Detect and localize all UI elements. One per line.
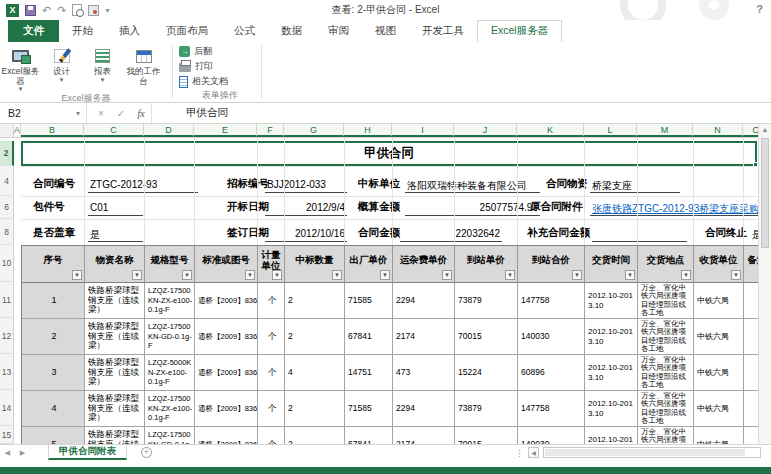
filter-dropdown-icon[interactable]: ▼ (182, 270, 192, 280)
cell[interactable]: 5 (22, 427, 85, 444)
select-all-corner[interactable] (0, 124, 14, 137)
cell[interactable]: 4 (285, 355, 345, 391)
column-header-C[interactable]: C (84, 124, 144, 137)
table-header-1[interactable]: 物资名称▼ (85, 246, 145, 283)
cell[interactable]: LZQZ-17500KN-ZX-e100-0.1g-F (145, 283, 195, 319)
more-icon[interactable]: ⋮ (515, 448, 524, 458)
cell[interactable]: 万全、宣化中铁六局张唐项目经理部沿线各工地 (638, 427, 694, 444)
cell[interactable]: 中铁六局 (694, 391, 744, 427)
cell[interactable]: 万全、宣化中铁六局张唐项目经理部沿线各工地 (638, 319, 694, 355)
column-header-M[interactable]: M (637, 124, 693, 137)
cell[interactable]: 万全、宣化中铁六局张唐项目经理部沿线各工地 (638, 283, 694, 319)
cell[interactable]: 2 (22, 319, 85, 355)
cell[interactable]: 2012.10-2013.10 (585, 391, 638, 427)
column-header-A[interactable]: A (14, 124, 21, 137)
cell[interactable]: 中铁六局 (694, 319, 744, 355)
vertical-scrollbar[interactable]: ▲ (758, 124, 771, 444)
cell[interactable]: 个 (258, 355, 285, 391)
cell[interactable]: 2294 (393, 283, 455, 319)
column-header-F[interactable]: F (257, 124, 284, 137)
cell[interactable]: 铁路桥梁球型钢支座（连续梁） (85, 319, 145, 355)
filter-dropdown-icon[interactable]: ▼ (245, 270, 255, 280)
horizontal-scroll-thumb[interactable] (545, 449, 745, 456)
cell[interactable]: 2174 (393, 427, 455, 444)
row-header-10[interactable]: 10 (0, 245, 14, 282)
contract-no-field[interactable]: ZTGC-2012-93 (88, 178, 198, 193)
cell[interactable]: 140030 (518, 319, 585, 355)
cell[interactable]: 2 (285, 319, 345, 355)
ribbon-tab-1[interactable]: 开始 (59, 21, 106, 42)
table-header-11[interactable]: 交货地点▼ (638, 246, 694, 283)
hscroll-left-icon[interactable]: ◀ (528, 447, 539, 458)
open-date-field[interactable]: 2012/9/4 (265, 201, 347, 216)
table-header-7[interactable]: 运杂费单价▼ (393, 246, 455, 283)
cell[interactable]: 2294 (393, 391, 455, 427)
cell[interactable]: 中铁六局 (694, 427, 744, 444)
column-header-B[interactable]: B (21, 124, 84, 137)
ribbon-tab-6[interactable]: 审阅 (315, 21, 362, 42)
supplement-amount-field[interactable] (592, 227, 687, 242)
cell[interactable]: 473 (393, 355, 455, 391)
cell[interactable]: 147758 (518, 391, 585, 427)
design-button[interactable]: 设计 ▾ (41, 44, 82, 92)
estimate-amount-field[interactable]: 25077574.97 (405, 201, 540, 216)
cell[interactable]: 万全、宣化中铁六局张唐项目经理部沿线各工地 (638, 355, 694, 391)
cell[interactable]: 铁路桥梁球型钢支座（连续梁） (85, 391, 145, 427)
row-header-2[interactable]: 2 (0, 141, 14, 166)
table-header-12[interactable]: 收货单位▼ (694, 246, 744, 283)
cell[interactable]: 个 (258, 319, 285, 355)
report-button[interactable]: 报表 ▾ (82, 44, 123, 92)
prev-sheet-icon[interactable]: ◀ (0, 445, 15, 460)
cell[interactable]: 通桥【2009】8361 (195, 427, 258, 444)
table-header-8[interactable]: 到站单价▼ (455, 246, 518, 283)
sign-date-field[interactable]: 2012/10/16 (265, 227, 347, 242)
cell[interactable]: 2 (285, 283, 345, 319)
cell[interactable]: LZQZ-17500KN-GD-0.1g-F (145, 427, 195, 444)
column-header-H[interactable]: H (344, 124, 392, 137)
filter-dropdown-icon[interactable]: ▼ (272, 270, 282, 280)
column-header-N[interactable]: N (693, 124, 743, 137)
filter-dropdown-icon[interactable]: ▼ (681, 270, 691, 280)
table-header-3[interactable]: 标准或图号▼ (195, 246, 258, 283)
cell[interactable]: 14751 (345, 355, 393, 391)
table-header-0[interactable]: 序号▼ (22, 246, 85, 283)
cell[interactable]: 140030 (518, 427, 585, 444)
cell[interactable]: 中铁六局 (694, 283, 744, 319)
filter-dropdown-icon[interactable]: ▼ (572, 270, 582, 280)
cell[interactable]: 2012.10-2013.10 (585, 319, 638, 355)
cell[interactable]: 铁路桥梁球型钢支座（连续梁） (85, 355, 145, 391)
filter-dropdown-icon[interactable]: ▼ (72, 270, 82, 280)
filter-dropdown-icon[interactable]: ▼ (380, 270, 390, 280)
excel-server-button[interactable]: Excel服务器 ▾ (0, 44, 41, 92)
cell[interactable]: 通桥【2009】8361 (195, 391, 258, 427)
column-header-E[interactable]: E (194, 124, 257, 137)
ribbon-tab-7[interactable]: 视图 (362, 21, 409, 42)
row-header-12[interactable]: 12 (0, 318, 14, 354)
original-contract-link[interactable]: 张唐铁路ZTGC-2012-93桥梁支座采购合同 (590, 201, 758, 216)
contract-amount-field[interactable]: 22032642 (400, 227, 502, 242)
column-header-J[interactable]: J (454, 124, 517, 137)
workbench-button[interactable]: 我的工作台 (123, 44, 164, 92)
help-button[interactable]: ? (756, 3, 763, 15)
horizontal-scrollbar[interactable] (543, 447, 761, 458)
cell[interactable]: 1 (22, 283, 85, 319)
column-header-D[interactable]: D (144, 124, 194, 137)
filter-dropdown-icon[interactable]: ▼ (505, 270, 515, 280)
cell[interactable]: LZQZ-17500KN-ZX-e100-0.1g-F (145, 391, 195, 427)
ribbon-tab-5[interactable]: 数据 (268, 21, 315, 42)
insert-function-button[interactable]: fx (131, 103, 151, 123)
table-header-4[interactable]: 计量单位▼ (258, 246, 285, 283)
table-header-2[interactable]: 规格型号▼ (145, 246, 195, 283)
related-docs-button[interactable]: 相关文档 (179, 74, 261, 89)
cell[interactable]: 15224 (455, 355, 518, 391)
flip-back-button[interactable]: → 后翻 (179, 44, 261, 59)
scroll-up-icon[interactable]: ▲ (759, 124, 771, 136)
table-header-10[interactable]: 交货时间▼ (585, 246, 638, 283)
next-sheet-icon[interactable]: ▶ (15, 445, 30, 460)
bid-no-field[interactable]: BJJ2012-033 (265, 178, 347, 193)
filter-dropdown-icon[interactable]: ▼ (132, 270, 142, 280)
filter-dropdown-icon[interactable]: ▼ (442, 270, 452, 280)
name-box[interactable]: B2 ▾ (0, 103, 86, 123)
package-no-field[interactable]: C01 (88, 201, 143, 216)
cell[interactable]: 4 (22, 391, 85, 427)
